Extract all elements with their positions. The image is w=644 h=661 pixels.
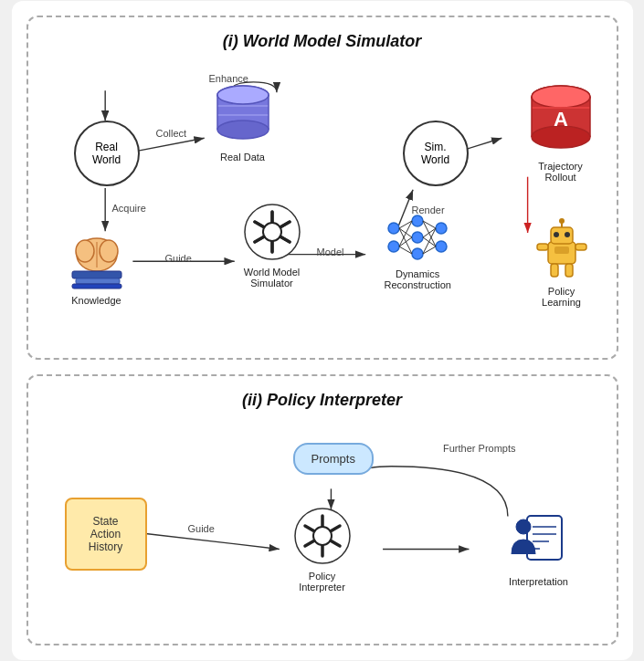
interpretation-icon: Interpretation xyxy=(507,507,571,587)
wms-label: World Model Simulator xyxy=(244,267,301,289)
guide-label-wms: Guide xyxy=(165,253,192,264)
pi-icon: Policy Interpreter xyxy=(293,507,352,593)
svg-point-40 xyxy=(263,223,281,241)
svg-point-79 xyxy=(313,527,332,545)
svg-line-2 xyxy=(137,138,205,151)
main-container: (i) World Model Simulator xyxy=(12,1,633,660)
svg-rect-70 xyxy=(554,247,569,254)
knowledge-icon: Knowledge xyxy=(60,235,133,306)
svg-point-47 xyxy=(436,241,447,252)
svg-point-27 xyxy=(76,240,94,262)
svg-rect-67 xyxy=(565,264,573,277)
pi-label: Policy Interpreter xyxy=(299,571,345,593)
dynamics-svg xyxy=(385,212,450,263)
model-label: Model xyxy=(317,247,344,257)
svg-text:A: A xyxy=(554,108,568,131)
svg-rect-31 xyxy=(76,278,120,284)
policy-label: Policy Learning xyxy=(542,286,581,308)
svg-point-43 xyxy=(412,215,423,226)
svg-rect-69 xyxy=(575,244,586,250)
svg-point-28 xyxy=(100,240,118,262)
trajectory-icon: A xyxy=(529,84,593,157)
pi-content: State Action History Prompts Policy Int xyxy=(47,425,598,625)
svg-rect-66 xyxy=(551,264,558,277)
state-action-box: State Action History xyxy=(65,498,147,571)
knowledge-label: Knowledge xyxy=(60,295,133,306)
wms-svg xyxy=(243,203,301,261)
svg-point-42 xyxy=(388,241,399,252)
svg-point-12 xyxy=(217,121,269,139)
interpretation-svg xyxy=(507,507,571,571)
svg-rect-32 xyxy=(72,284,121,289)
policy-svg xyxy=(534,216,589,280)
render-label: Render xyxy=(412,205,445,215)
guide-label-pi: Guide xyxy=(188,523,215,534)
pi-svg xyxy=(293,507,352,565)
interpretation-label: Interpretation xyxy=(509,576,568,587)
svg-point-21 xyxy=(532,86,590,108)
acquire-label: Acquire xyxy=(112,203,146,214)
wms-icon: World Model Simulator xyxy=(243,203,301,289)
svg-point-46 xyxy=(436,223,447,234)
svg-point-45 xyxy=(412,248,423,259)
sim-world-node: Sim. World xyxy=(403,121,469,186)
wms-title: (i) World Model Simulator xyxy=(47,32,598,51)
prompts-bubble: Prompts xyxy=(293,443,374,475)
svg-point-62 xyxy=(554,232,559,237)
policy-icon: Policy Learning xyxy=(534,216,589,308)
pi-title: (ii) Policy Interpreter xyxy=(47,391,598,410)
svg-point-13 xyxy=(217,86,269,104)
svg-rect-68 xyxy=(537,244,548,250)
real-data-icon xyxy=(216,84,270,148)
svg-point-41 xyxy=(388,223,399,234)
svg-point-63 xyxy=(565,232,570,237)
svg-point-84 xyxy=(516,519,531,534)
pi-panel: (ii) Policy Interpreter xyxy=(26,374,618,645)
dynamics-label: Dynamics Reconstruction xyxy=(385,268,451,290)
real-data-db: Real Data xyxy=(216,84,270,163)
enhance-label: Enhance xyxy=(209,73,248,84)
wms-panel: (i) World Model Simulator xyxy=(26,16,618,360)
svg-point-65 xyxy=(559,218,565,224)
svg-point-44 xyxy=(412,232,423,243)
real-data-label: Real Data xyxy=(220,152,265,163)
real-world-node: Real World xyxy=(74,121,140,186)
dynamics-icon: Dynamics Reconstruction xyxy=(385,212,451,290)
further-prompts-label: Further Prompts xyxy=(443,443,515,454)
wms-content: Real World Sim. World Real Data xyxy=(47,66,598,340)
trajectory-db: A Trajectory Rollout xyxy=(529,84,593,183)
svg-line-72 xyxy=(145,533,279,549)
trajectory-label: Trajectory Rollout xyxy=(538,161,583,183)
knowledge-svg xyxy=(65,235,129,289)
collect-label: Collect xyxy=(156,128,187,139)
svg-rect-30 xyxy=(72,271,121,278)
